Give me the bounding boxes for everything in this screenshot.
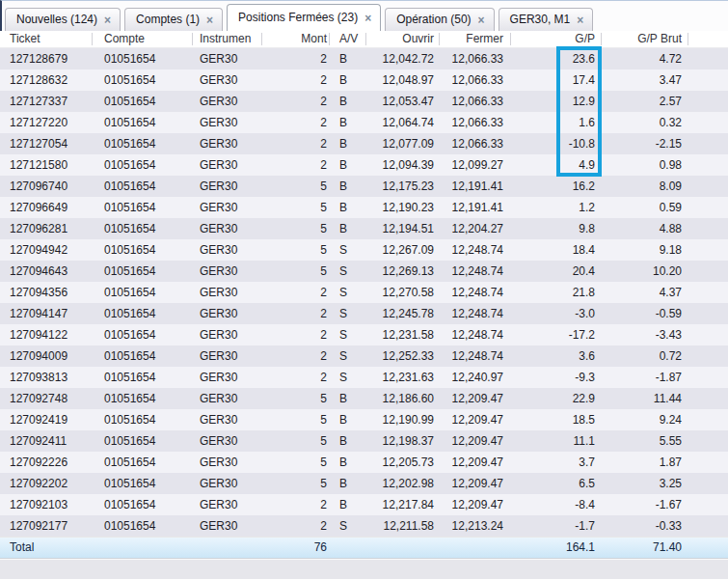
tab-nouvelles-124[interactable]: Nouvelles (124)× (5, 8, 121, 31)
cell-ticket: 127092103 (0, 494, 93, 515)
close-icon[interactable]: × (104, 14, 111, 26)
cell-mont: 5 (262, 176, 330, 197)
cell-gp_brut: 10.20 (602, 261, 688, 282)
cell-gp: 12.9 (511, 91, 602, 112)
table-row[interactable]: 12709400901051654GER302S12,252.3312,248.… (0, 345, 728, 367)
cell-ouvrir: 12,252.33 (366, 345, 440, 367)
column-header-av[interactable]: A/V (330, 31, 366, 47)
table-row[interactable]: 12712158001051654GER302B12,094.3912,099.… (0, 154, 728, 176)
cell-filler (688, 133, 728, 154)
cell-compte: 01051654 (93, 388, 193, 409)
column-header-mont[interactable]: Mont (262, 31, 330, 47)
column-header-ticket[interactable]: Ticket (0, 31, 93, 47)
column-header-gp_brut[interactable]: G/P Brut (602, 31, 688, 47)
cell-compte: 01051654 (93, 48, 193, 69)
cell-filler (688, 345, 728, 367)
total-label: Total (0, 538, 93, 558)
cell-instrument: GER30 (193, 239, 262, 261)
cell-av: B (330, 176, 366, 197)
table-row[interactable]: 12712722001051654GER302B12,064.7412,066.… (0, 112, 728, 133)
cell-ticket: 127096649 (0, 197, 93, 218)
table-row[interactable]: 12709435601051654GER302S12,270.5812,248.… (0, 282, 728, 303)
cell-filler (688, 303, 728, 324)
cell-gp_brut: 8.09 (602, 176, 688, 197)
tab-positions-ferm-es-23[interactable]: Positions Fermées (23)× (227, 4, 381, 31)
table-row[interactable]: 12712867901051654GER302B12,042.7212,066.… (0, 48, 728, 69)
tab-comptes-1[interactable]: Comptes (1)× (124, 8, 223, 31)
cell-ouvrir: 12,190.99 (366, 409, 440, 430)
cell-fermer: 12,209.47 (440, 388, 511, 409)
tab-ger30-m1[interactable]: GER30, M1× (499, 8, 594, 31)
cell-av: B (330, 48, 366, 69)
cell-fermer: 12,066.33 (440, 91, 511, 112)
cell-compte: 01051654 (93, 218, 193, 239)
cell-gp_brut: 0.98 (602, 154, 688, 176)
cell-instrument: GER30 (193, 388, 262, 409)
cell-mont: 2 (262, 112, 330, 133)
column-header-ouvrir[interactable]: Ouvrir (366, 31, 440, 47)
cell-fermer: 12,066.33 (440, 69, 511, 91)
cell-ticket: 127127054 (0, 133, 93, 154)
cell-compte: 01051654 (93, 515, 193, 537)
cell-ticket: 127128632 (0, 69, 93, 91)
cell-compte: 01051654 (93, 261, 193, 282)
table-row[interactable]: 12709494201051654GER305S12,267.0912,248.… (0, 239, 728, 261)
cell-mont: 2 (262, 154, 330, 176)
bottom-panel (0, 559, 728, 579)
cell-mont: 5 (262, 218, 330, 239)
table-row[interactable]: 12709217701051654GER302S12,211.5812,213.… (0, 515, 728, 537)
table-row[interactable]: 12709412201051654GER302S12,231.5812,248.… (0, 324, 728, 345)
cell-av: S (330, 367, 366, 388)
table-row[interactable]: 12709414701051654GER302S12,245.7812,248.… (0, 303, 728, 324)
cell-filler (688, 282, 728, 303)
tab-op-ration-50[interactable]: Opération (50)× (385, 8, 494, 31)
cell-gp_brut: 1.87 (602, 452, 688, 473)
cell-ticket: 127096740 (0, 176, 93, 197)
cell-ticket: 127094122 (0, 324, 93, 345)
close-icon[interactable]: × (206, 14, 213, 26)
tab-bar: Nouvelles (124)×Comptes (1)×Positions Fe… (0, 0, 728, 31)
cell-gp_brut: 9.24 (602, 409, 688, 430)
close-icon[interactable]: × (577, 14, 583, 26)
table-row[interactable]: 12709664901051654GER305B12,190.2312,191.… (0, 197, 728, 218)
table-row[interactable]: 12709222601051654GER305B12,205.7312,209.… (0, 452, 728, 473)
cell-ticket: 127092177 (0, 515, 93, 537)
table-row[interactable]: 12709674001051654GER305B12,175.2312,191.… (0, 176, 728, 197)
table-row[interactable]: 12712733701051654GER302B12,053.4712,066.… (0, 91, 728, 112)
table-row[interactable]: 12709241901051654GER305B12,190.9912,209.… (0, 409, 728, 430)
table-row[interactable]: 12709381301051654GER302S12,231.6312,240.… (0, 367, 728, 388)
column-header-gp[interactable]: G/P (511, 31, 602, 47)
close-icon[interactable]: × (364, 12, 371, 24)
cell-mont: 2 (262, 367, 330, 388)
cell-av: B (330, 69, 366, 91)
cell-filler (688, 112, 728, 133)
table-row[interactable]: 12712863201051654GER302B12,048.9712,066.… (0, 69, 728, 91)
table-header: TicketCompteInstrumenMontA/VOuvrirFermer… (0, 31, 728, 48)
cell-instrument: GER30 (193, 261, 262, 282)
cell-mont: 2 (262, 69, 330, 91)
cell-fermer: 12,066.33 (440, 112, 511, 133)
table-row[interactable]: 12709628101051654GER305B12,194.5112,204.… (0, 218, 728, 239)
table-row[interactable]: 12709210301051654GER302B12,217.8412,209.… (0, 494, 728, 515)
cell-compte: 01051654 (93, 303, 193, 324)
cell-gp_brut: 5.55 (602, 430, 688, 452)
table-row[interactable]: 12709464301051654GER305S12,269.1312,248.… (0, 261, 728, 282)
close-icon[interactable]: × (478, 14, 485, 26)
table-row[interactable]: 12712705401051654GER302B12,077.0912,066.… (0, 133, 728, 154)
cell-av: S (330, 303, 366, 324)
cell-ouvrir: 12,190.23 (366, 197, 440, 218)
cell-gp: 18.5 (511, 409, 602, 430)
table-row[interactable]: 12709220201051654GER305B12,202.9812,209.… (0, 473, 728, 494)
cell-fermer: 12,209.47 (440, 473, 511, 494)
column-header-compte[interactable]: Compte (93, 31, 193, 47)
table-row[interactable]: 12709274801051654GER305B12,186.6012,209.… (0, 388, 728, 409)
cell-av: B (330, 91, 366, 112)
table-row[interactable]: 12709241101051654GER305B12,198.3712,209.… (0, 430, 728, 452)
cell-ouvrir: 12,198.37 (366, 430, 440, 452)
cell-compte: 01051654 (93, 345, 193, 367)
cell-compte: 01051654 (93, 133, 193, 154)
cell-ouvrir: 12,175.23 (366, 176, 440, 197)
cell-ticket: 127127337 (0, 91, 93, 112)
column-header-fermer[interactable]: Fermer (440, 31, 511, 47)
column-header-instrument[interactable]: Instrumen (193, 31, 262, 47)
